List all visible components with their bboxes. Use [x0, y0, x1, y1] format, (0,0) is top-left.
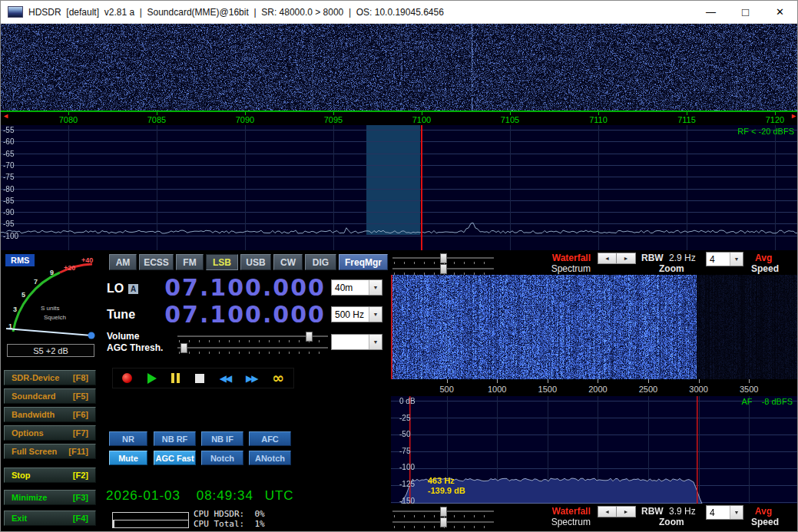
button-hotkey: [F6] [73, 410, 88, 419]
zoom-in-button[interactable]: ► [617, 253, 636, 264]
exit-button[interactable]: Exit [F4] [4, 511, 96, 526]
button-label: Minimize [12, 493, 47, 502]
af-avg-select[interactable]: 4 ▼ [706, 505, 743, 520]
button-label: Full Screen [12, 447, 57, 456]
af-waterfall-contrast-slider[interactable] [392, 507, 494, 517]
mode-button-fm[interactable]: FM [176, 254, 204, 270]
af-waterfall-label: Waterfall [538, 506, 591, 517]
smeter-reading: S5 +2 dB [7, 344, 94, 357]
rf-avg-select[interactable]: 4 ▼ [706, 252, 743, 266]
rf-frequency-scale[interactable]: ◄ ► 708070857090709571007105711071157120 [1, 111, 798, 125]
chevron-down-icon: ▼ [369, 280, 382, 295]
button-hotkey: [F8] [73, 373, 88, 382]
zoom-out-button[interactable]: ◄ [598, 253, 617, 264]
loop-icon[interactable]: ∞ [272, 373, 284, 383]
volume-slider[interactable] [177, 332, 328, 342]
fast-forward-icon[interactable]: ▶▶ [246, 373, 257, 384]
tune-frequency-display[interactable]: 07.100.000 [143, 303, 326, 326]
button-label: SDR-Device [12, 373, 59, 382]
window-close-button[interactable]: ✕ [763, 1, 797, 23]
af-freq-tick-mark [648, 379, 649, 383]
af-spectrum-contrast-slider[interactable] [392, 517, 494, 527]
window-minimize-button[interactable]: — [694, 1, 728, 23]
window-controls: — □ ✕ [694, 1, 797, 23]
window-maximize-button[interactable]: □ [728, 1, 763, 23]
slider-thumb[interactable] [440, 264, 447, 274]
chevron-down-icon: ▼ [730, 253, 743, 266]
band-select-value: 40m [332, 283, 369, 293]
af-freq-tick-label: 500 [430, 385, 464, 394]
fullscreen-button[interactable]: Full Screen [F11] [4, 444, 96, 459]
cpu-hdsdr-text: CPU HDSDR: 0% [194, 509, 265, 519]
options-button[interactable]: Options [F7] [4, 425, 96, 441]
agc-select[interactable]: ▼ [331, 334, 382, 350]
rf-freq-tick-label: 7105 [491, 115, 529, 124]
agc-fast-button[interactable]: AGC Fast [154, 451, 196, 465]
minimize-button[interactable]: Minimize [F3] [4, 490, 96, 505]
button-label: Bandwidth [12, 410, 55, 419]
af-freq-tick-label: 3000 [682, 385, 716, 394]
mode-button-ecss[interactable]: ECSS [139, 254, 174, 270]
rf-freq-tick-label: 7090 [226, 115, 264, 124]
af-speed-label: Speed [751, 517, 779, 527]
rf-rbw-value: 2.9 Hz [669, 253, 696, 263]
stop-button[interactable]: Stop [F2] [4, 468, 96, 483]
rf-waterfall-display[interactable] [1, 24, 798, 111]
smeter-pivot [88, 332, 95, 339]
vfo-a-badge[interactable]: A [128, 284, 138, 294]
nb-if-button[interactable]: NB IF [201, 431, 243, 446]
rf-freq-tick-label: 7115 [667, 115, 706, 124]
play-icon[interactable] [147, 373, 157, 384]
mode-button-usb[interactable]: USB [240, 254, 271, 270]
smeter-mode-button[interactable]: RMS [5, 254, 35, 266]
soundcard-button[interactable]: Soundcard [F5] [4, 388, 96, 404]
zoom-out-button[interactable]: ◄ [598, 506, 617, 517]
rewind-icon[interactable]: ◀◀ [220, 373, 230, 384]
af-freq-tick-mark [749, 379, 750, 383]
pause-icon[interactable] [171, 373, 180, 383]
bandwidth-button[interactable]: Bandwidth [F6] [4, 407, 96, 422]
mode-button-am[interactable]: AM [109, 254, 137, 270]
rf-freq-tick-label: 7080 [49, 115, 88, 124]
slider-thumb[interactable] [440, 253, 447, 263]
slider-thumb[interactable] [440, 507, 447, 517]
slider-thumb[interactable] [440, 517, 447, 527]
notch-button[interactable]: Notch [201, 451, 243, 465]
rf-spectrum-display[interactable] [1, 125, 798, 250]
window-title: HDSDR [default] v2.81 a | Soundcard(MME)… [28, 7, 444, 18]
mode-button-cw[interactable]: CW [273, 254, 303, 270]
af-freq-tick-label: 2000 [581, 385, 614, 394]
mode-button-lsb[interactable]: LSB [206, 254, 238, 270]
af-waterfall-display[interactable] [391, 275, 798, 379]
mode-button-dig[interactable]: DIG [305, 254, 336, 270]
af-freq-tick-mark [447, 379, 448, 383]
rf-rbw-label: RBW [641, 253, 664, 263]
button-hotkey: [F11] [68, 447, 88, 456]
anotch-button[interactable]: ANotch [249, 451, 291, 465]
rf-waterfall-contrast-slider[interactable] [392, 253, 494, 263]
af-zoom-spinner: ◄ ► [598, 506, 636, 517]
band-select[interactable]: 40m ▼ [331, 279, 382, 296]
mute-button[interactable]: Mute [109, 451, 147, 465]
lo-frequency-display[interactable]: 07.100.000 [143, 276, 326, 299]
clock-time: 08:49:34 [197, 488, 253, 504]
af-spectrum-label: Spectrum [538, 517, 591, 527]
nr-button[interactable]: NR [109, 431, 147, 446]
slider-thumb[interactable] [180, 343, 187, 353]
af-spectrum-display[interactable] [391, 396, 798, 504]
sdr-device-button[interactable]: SDR-Device [F8] [4, 370, 96, 385]
stop-icon[interactable] [195, 374, 204, 383]
agc-threshold-slider[interactable] [177, 343, 328, 353]
clock-date: 2026-01-03 [106, 488, 180, 504]
af-frequency-scale[interactable]: 500100015002000250030003500 [391, 379, 798, 396]
record-icon[interactable] [122, 373, 132, 383]
zoom-in-button[interactable]: ► [617, 506, 636, 517]
freqmgr-button[interactable]: FreqMgr [339, 254, 388, 270]
nb-rf-button[interactable]: NB RF [154, 431, 196, 446]
rf-spectrum-contrast-slider[interactable] [392, 264, 494, 274]
step-select[interactable]: 500 Hz ▼ [331, 306, 382, 322]
cpu-meter [112, 512, 189, 528]
slider-thumb[interactable] [306, 332, 313, 342]
scale-line [1, 111, 798, 112]
afc-button[interactable]: AFC [249, 431, 291, 446]
